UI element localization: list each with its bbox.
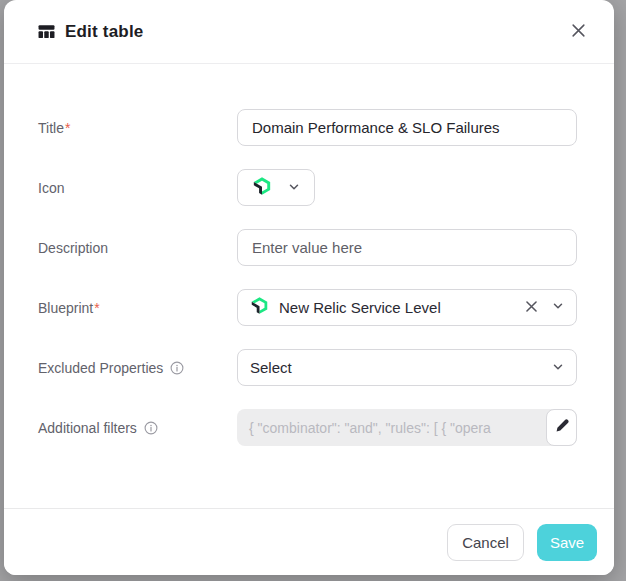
- modal-body: Title* Icon: [4, 64, 614, 446]
- new-relic-icon: [250, 296, 269, 319]
- cancel-button[interactable]: Cancel: [447, 524, 524, 561]
- additional-filters-label: Additional filters: [38, 420, 237, 436]
- form-row-title: Title*: [38, 109, 614, 146]
- close-button[interactable]: [564, 18, 592, 46]
- excluded-properties-placeholder: Select: [250, 359, 552, 376]
- pencil-icon: [555, 419, 569, 436]
- description-label: Description: [38, 240, 237, 256]
- form-row-excluded-properties: Excluded Properties Select: [38, 349, 614, 386]
- blueprint-dropdown-button[interactable]: [552, 300, 564, 315]
- new-relic-icon: [252, 176, 272, 200]
- chevron-down-icon: [288, 179, 300, 197]
- form-row-additional-filters: Additional filters { "combinator": "and"…: [38, 409, 614, 446]
- form-row-description: Description: [38, 229, 614, 266]
- modal-header: Edit table: [4, 0, 614, 64]
- icon-label: Icon: [38, 180, 237, 196]
- additional-filters-value: { "combinator": "and", "rules": [ { "ope…: [237, 409, 577, 446]
- title-input[interactable]: [237, 109, 577, 146]
- close-icon: [571, 23, 586, 41]
- modal-title: Edit table: [65, 22, 564, 42]
- clear-blueprint-button[interactable]: [525, 300, 538, 316]
- blueprint-value: New Relic Service Level: [279, 299, 525, 316]
- info-icon[interactable]: [170, 361, 184, 375]
- modal-footer: Cancel Save: [4, 508, 614, 575]
- description-input[interactable]: [237, 229, 577, 266]
- excluded-properties-select[interactable]: Select: [237, 349, 577, 386]
- chevron-down-icon: [552, 300, 564, 315]
- edit-filters-button[interactable]: [546, 409, 577, 446]
- chevron-down-icon: [552, 359, 564, 377]
- table-icon: [38, 23, 55, 40]
- icon-select[interactable]: [237, 169, 315, 206]
- edit-table-modal: Edit table Title* Icon: [4, 0, 614, 575]
- blueprint-label: Blueprint*: [38, 300, 237, 316]
- form-row-blueprint: Blueprint* New Relic Service Level: [38, 289, 614, 326]
- save-button[interactable]: Save: [537, 524, 597, 561]
- blueprint-select[interactable]: New Relic Service Level: [237, 289, 577, 326]
- info-icon[interactable]: [144, 421, 158, 435]
- title-label: Title*: [38, 120, 237, 136]
- required-asterisk: *: [94, 300, 99, 316]
- clear-x-icon: [525, 300, 538, 316]
- required-asterisk: *: [65, 120, 70, 136]
- form-row-icon: Icon: [38, 169, 614, 206]
- excluded-properties-label: Excluded Properties: [38, 360, 237, 376]
